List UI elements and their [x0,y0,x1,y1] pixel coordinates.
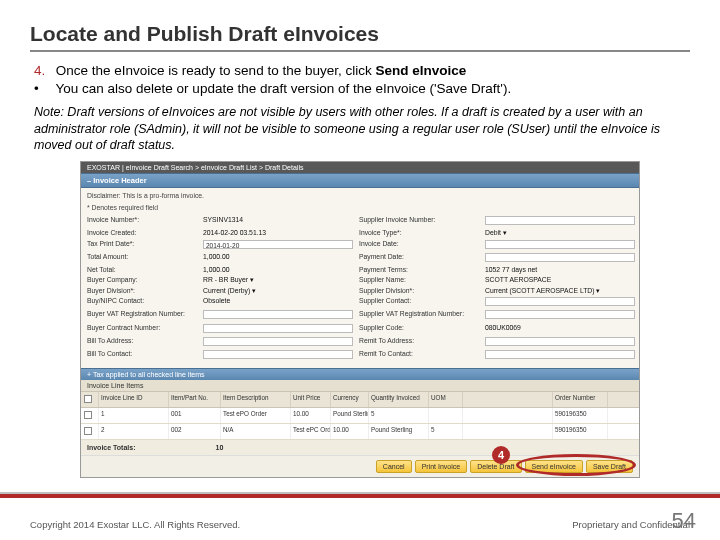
cell: 590196350 [553,408,608,423]
lbl-buyctr: Buyer Contract Number: [87,324,197,336]
print-invoice-button[interactable]: Print Invoice [415,460,468,473]
totals-value: 10 [216,444,224,451]
save-draft-button[interactable]: Save Draft [586,460,633,473]
col-blank [463,392,553,407]
lbl-buycon: Buy/NIPC Contact: [87,297,197,309]
lbl-billfrom: Bill To Address: [87,337,197,349]
lbl-taxdate: Tax Print Date*: [87,240,197,252]
cell: Pound Sterling [331,408,369,423]
grid-header: Invoice Line ID Item/Part No. Item Descr… [81,391,639,408]
col-unit-price: Unit Price [291,392,331,407]
lbl-created: Invoice Created: [87,229,197,238]
cell: 2 [99,424,169,439]
val-buycon: Obsolete [203,297,353,309]
lbl-invoice-number: Invoice Number*: [87,216,197,228]
disclaimer-1: Disclaimer: This is a pro-forma invoice. [87,192,633,201]
cell: N/A [221,424,291,439]
checkbox-row[interactable] [84,427,92,435]
col-uom: UOM [429,392,463,407]
cell: Pound Sterling [369,424,429,439]
col-item-part: Item/Part No. [169,392,221,407]
cell: 10.00 [331,424,369,439]
bullet: • [34,80,52,98]
footer-copyright: Copyright 2014 Exostar LLC. All Rights R… [30,519,240,530]
input-remitcon[interactable] [485,350,635,359]
cell [429,408,463,423]
lbl-billto: Bill To Contact: [87,350,197,362]
lbl-remitcon: Remit To Contact: [359,350,479,362]
val-created: 2014-02-20 03.51.13 [203,229,353,238]
section-invoice-header: – Invoice Header [81,173,639,188]
breadcrumb: EXOSTAR | eInvoice Draft Search > eInvoi… [81,162,639,173]
footer-divider [0,492,720,498]
lbl-supdiv: Supplier Division*: [359,287,479,296]
lbl-totamt: Total Amount: [87,253,197,265]
cell: 5 [369,408,429,423]
col-order-number: Order Number [553,392,608,407]
lbl-supname: Supplier Name: [359,276,479,285]
col-invoice-line-id: Invoice Line ID [99,392,169,407]
page-number: 54 [672,508,696,534]
input-taxdate[interactable]: 2014-01-20 [203,240,353,249]
lbl-supplier-inv: Supplier Invoice Number: [359,216,479,228]
lbl-supcode: Supplier Code: [359,324,479,336]
cell: Test ePO Order [221,408,291,423]
table-row: 1 001 Test ePO Order 10.00 Pound Sterlin… [81,408,639,424]
checkbox-all[interactable] [84,395,92,403]
step-text: Once the eInvoice is ready to send to th… [56,63,376,78]
note-text: Note: Draft versions of eInvoices are no… [34,104,690,153]
disclaimer-2: * Denotes required field [87,204,633,213]
cell: 5 [429,424,463,439]
input-supvat[interactable] [485,310,635,319]
col-qty: Quantity Invoiced [369,392,429,407]
val-supdiv[interactable]: Current (SCOTT AEROSPACE LTD) ▾ [485,287,635,296]
input-billfrom[interactable] [203,337,353,346]
table-row: 2 002 N/A Test ePC Order 10.00 Pound Ste… [81,424,639,440]
button-row: Cancel Print Invoice Delete Draft Send e… [81,455,639,477]
lbl-buyco: Buyer Company: [87,276,197,285]
lbl-nettot: Net Total: [87,266,197,275]
bullet-text: You can also delete or update the draft … [56,81,512,96]
screenshot-embed: EXOSTAR | eInvoice Draft Search > eInvoi… [80,161,640,478]
val-totamt: 1,000.00 [203,253,353,265]
cell: Test ePC Order [291,424,331,439]
val-buyco[interactable]: RR - BR Buyer ▾ [203,276,353,285]
lbl-buydiv: Buyer Division*: [87,287,197,296]
checkbox-row[interactable] [84,411,92,419]
lbl-buyvat: Buyer VAT Registration Number: [87,310,197,322]
val-buydiv[interactable]: Current (Derby) ▾ [203,287,353,296]
title-rule [30,50,690,52]
lbl-invdate: Invoice Date: [359,240,479,252]
lbl-payterm: Payment Terms: [359,266,479,275]
input-billto[interactable] [203,350,353,359]
footer: Copyright 2014 Exostar LLC. All Rights R… [0,519,720,530]
send-einvoice-button[interactable]: Send eInvoice [525,460,583,473]
input-remit[interactable] [485,337,635,346]
val-payterm: 1052 77 days net [485,266,635,275]
cell: 001 [169,408,221,423]
lbl-remit: Remit To Address: [359,337,479,349]
cell: 002 [169,424,221,439]
lbl-paydate: Payment Date: [359,253,479,265]
col-description: Item Description [221,392,291,407]
val-supname: SCOTT AEROSPACE [485,276,635,285]
input-paydate[interactable] [485,253,635,262]
cell: 1 [99,408,169,423]
section-line-items: Invoice Line Items [81,380,639,391]
cell [463,408,553,423]
input-buyctr[interactable] [203,324,353,333]
input-supcon[interactable] [485,297,635,306]
input-buyvat[interactable] [203,310,353,319]
step-list: 4. Once the eInvoice is ready to send to… [34,62,690,98]
cell: 590196350 [553,424,608,439]
line-items-grid: Invoice Line ID Item/Part No. Item Descr… [81,391,639,440]
cancel-button[interactable]: Cancel [376,460,412,473]
input-supplier-inv[interactable] [485,216,635,225]
lbl-invtype: Invoice Type*: [359,229,479,238]
page-title: Locate and Publish Draft eInvoices [30,22,690,46]
input-invdate[interactable] [485,240,635,249]
col-currency: Currency [331,392,369,407]
val-nettot: 1,000.00 [203,266,353,275]
val-invtype[interactable]: Debit ▾ [485,229,635,238]
section-tax[interactable]: + Tax applied to all checked line items [81,368,639,380]
